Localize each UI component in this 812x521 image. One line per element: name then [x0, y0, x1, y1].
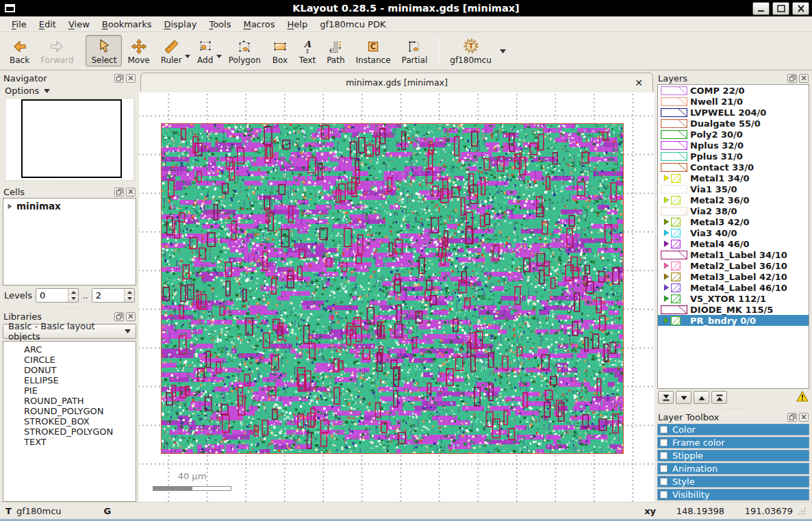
forward-button[interactable]: Forward: [35, 35, 79, 66]
layer-row-metal3-42-0[interactable]: Metal3 42/0: [658, 216, 809, 227]
library-select[interactable]: Basic - Basic layout objects: [3, 324, 136, 339]
layer-toolbox-close-button[interactable]: [799, 413, 809, 422]
cells-float-button[interactable]: [114, 188, 124, 196]
menu-view[interactable]: View: [62, 18, 96, 31]
splitter-handle[interactable]: ······: [0, 305, 139, 310]
layer-row-via1-35-0[interactable]: Via1 35/0: [658, 183, 809, 194]
layer-row-metal3-label-42-10[interactable]: Metal3_Label 42/10: [658, 271, 809, 282]
layer-swatch[interactable]: [660, 251, 690, 259]
libraries-close-button[interactable]: [126, 312, 136, 321]
library-item-stroked-box[interactable]: STROKED_BOX: [3, 416, 136, 427]
layer-row-comp-22-0[interactable]: COMP 22/0: [658, 85, 809, 96]
layer-row-via2-38-0[interactable]: Via2 38/0: [658, 205, 809, 216]
menu-file[interactable]: File: [5, 18, 33, 31]
maximize-button[interactable]: [772, 2, 789, 15]
toolbox-checkbox[interactable]: [660, 491, 668, 498]
layer-row-lvpwell-204-0[interactable]: LVPWELL 204/0: [658, 107, 809, 118]
layer-swatch[interactable]: [660, 119, 690, 128]
layer-row-contact-33-0[interactable]: Contact 33/0: [658, 162, 809, 173]
splitter-handle[interactable]: ······: [0, 181, 139, 186]
layer-row-nwell-21-0[interactable]: Nwell 21/0: [658, 96, 809, 107]
layer-swatch[interactable]: [660, 272, 690, 281]
layer-swatch[interactable]: [660, 163, 690, 172]
tab-close-button[interactable]: ✕: [635, 77, 643, 88]
layer-row-metal1-label-34-10[interactable]: Metal1_Label 34/10: [658, 249, 809, 260]
layer-row-poly2-30-0[interactable]: Poly2 30/0: [658, 129, 809, 140]
layer-row-metal2-label-36-10[interactable]: Metal2_Label 36/10: [658, 260, 809, 271]
layer-row-pr-bndry-0-0[interactable]: PR_bndry 0/0: [658, 315, 809, 326]
minimize-button[interactable]: [752, 2, 770, 15]
levels-from-input[interactable]: [36, 289, 68, 302]
polygon-tool-button[interactable]: Polygon: [223, 35, 266, 66]
menu-tools[interactable]: Tools: [203, 18, 237, 31]
layer-swatch[interactable]: [660, 229, 690, 238]
layer-row-diode-mk-115-5[interactable]: DIODE_MK 115/5: [658, 304, 809, 315]
layer-toolbox-float-button[interactable]: [787, 413, 797, 422]
layer-swatch[interactable]: [660, 305, 690, 314]
levels-from-spinner[interactable]: [36, 288, 79, 303]
layer-swatch[interactable]: [660, 185, 690, 194]
toolbox-checkbox[interactable]: [660, 426, 668, 433]
spinner-arrows[interactable]: [124, 289, 134, 302]
layout-canvas[interactable]: 40 µm: [139, 92, 655, 502]
layer-swatch[interactable]: [660, 141, 690, 150]
move-layer-down-button[interactable]: [676, 391, 692, 404]
layer-swatch[interactable]: [660, 152, 690, 161]
resize-grip[interactable]: [797, 506, 807, 516]
library-item-round-polygon[interactable]: ROUND_POLYGON: [3, 406, 136, 416]
move-layer-up-button[interactable]: [694, 391, 709, 404]
menu-edit[interactable]: Edit: [33, 18, 62, 31]
navigator-options-dropdown[interactable]: Options: [0, 84, 139, 98]
layer-swatch[interactable]: [660, 196, 690, 205]
pdk-button[interactable]: T gf180mcu: [444, 35, 497, 66]
layer-row-metal1-34-0[interactable]: Metal1 34/0: [658, 173, 809, 183]
cell-item-minimax[interactable]: minimax: [3, 201, 136, 212]
navigator-preview[interactable]: [5, 98, 134, 181]
ruler-dropdown-arrow[interactable]: [185, 50, 190, 60]
move-layer-to-top-button[interactable]: [711, 391, 727, 404]
layers-close-button[interactable]: [799, 74, 809, 83]
toolbox-section-visibility[interactable]: Visibility: [657, 489, 809, 500]
layer-swatch[interactable]: [660, 262, 690, 270]
move-layer-to-bottom-button[interactable]: [658, 391, 674, 404]
navigator-close-button[interactable]: [126, 74, 136, 83]
layer-swatch[interactable]: [660, 316, 690, 325]
layer-row-via3-40-0[interactable]: Via3 40/0: [658, 227, 809, 238]
layer-swatch[interactable]: [660, 108, 690, 117]
toolbox-section-color[interactable]: Color: [657, 424, 809, 435]
ruler-tool-button[interactable]: Ruler: [155, 35, 188, 66]
menu-macros[interactable]: Macros: [237, 18, 281, 31]
library-item-circle[interactable]: CIRCLE: [3, 355, 136, 365]
splitter-handle[interactable]: ······: [655, 406, 812, 411]
layers-float-button[interactable]: [787, 74, 797, 83]
library-item-ellipse[interactable]: ELLIPSE: [3, 375, 136, 385]
cells-close-button[interactable]: [126, 188, 136, 196]
toolbox-section-animation[interactable]: Animation: [657, 463, 809, 474]
toolbox-checkbox[interactable]: [660, 478, 668, 485]
menu-display[interactable]: Display: [157, 18, 203, 31]
back-button[interactable]: Back: [4, 35, 35, 66]
layer-row-nplus-32-0[interactable]: Nplus 32/0: [658, 140, 809, 151]
chip-layout-render[interactable]: [161, 123, 624, 454]
toolbox-checkbox[interactable]: [660, 465, 668, 472]
layer-swatch[interactable]: [660, 240, 690, 249]
layer-swatch[interactable]: [660, 130, 690, 139]
spinner-arrows[interactable]: [68, 289, 78, 302]
library-item-round-path[interactable]: ROUND_PATH: [3, 396, 136, 406]
toolbox-section-frame-color[interactable]: Frame color: [657, 437, 809, 448]
close-button[interactable]: [792, 2, 809, 15]
layer-swatch[interactable]: [660, 174, 690, 183]
library-item-stroked-polygon[interactable]: STROKED_POLYGON: [3, 427, 136, 437]
path-tool-button[interactable]: Path: [321, 35, 350, 66]
toolbox-checkbox[interactable]: [660, 439, 668, 446]
layer-swatch[interactable]: [660, 97, 690, 106]
layer-swatch[interactable]: [660, 283, 690, 292]
toolbox-checkbox[interactable]: [660, 452, 668, 459]
library-item-pie[interactable]: PIE: [3, 385, 136, 396]
levels-to-spinner[interactable]: [92, 288, 135, 303]
instance-tool-button[interactable]: C Instance: [351, 35, 396, 66]
view-tab[interactable]: minimax.gds [minimax] ✕: [140, 73, 653, 92]
library-item-arc[interactable]: ARC: [3, 344, 136, 355]
move-tool-button[interactable]: Move: [122, 35, 155, 66]
partial-tool-button[interactable]: Partial: [396, 35, 433, 66]
